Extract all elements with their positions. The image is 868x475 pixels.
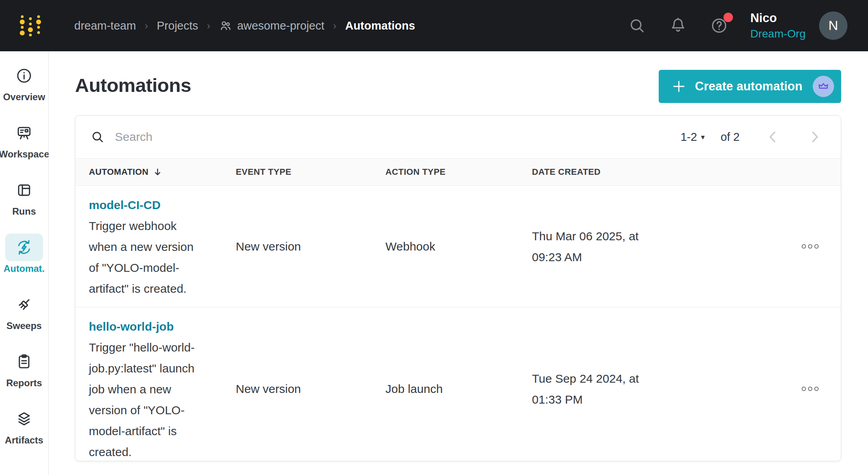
sidebar-item-reports[interactable]: Reports (0, 340, 48, 397)
table-toolbar: 1-2 ▾ of 2 (75, 116, 841, 158)
notification-dot (723, 13, 733, 22)
breadcrumb-separator: › (333, 20, 336, 32)
sidebar-item-runs[interactable]: Runs (0, 168, 48, 225)
chevron-right-icon (806, 128, 823, 146)
wandb-logo-icon[interactable] (19, 14, 42, 37)
automations-cycle-bolt-icon (15, 239, 33, 256)
sidebar-item-label: Overview (3, 92, 45, 103)
automations-table-card: 1-2 ▾ of 2 AUTOMATION EVENT TYPE (75, 115, 841, 461)
date-created-cell: Tue Sep 24 2024, at 01:33 PM (532, 368, 654, 410)
search-input[interactable] (115, 130, 680, 144)
automation-cell: hello-world-job Trigger "hello-world-job… (89, 307, 236, 461)
breadcrumb-projects[interactable]: Projects (157, 19, 198, 32)
topbar-actions: Nico Dream-Org N (605, 10, 868, 41)
automation-description: Trigger webhook when a new version of "Y… (89, 215, 201, 299)
sidebar-item-label: Workspace (0, 149, 49, 160)
ellipsis-menu-icon (802, 244, 806, 249)
sidebar-item-label: Automat. (4, 263, 45, 274)
ellipsis-menu-icon (808, 244, 812, 249)
sidebar-item-label: Reports (6, 378, 42, 389)
sidebar-item-label: Sweeps (6, 320, 41, 331)
help-button[interactable] (710, 17, 728, 35)
breadcrumb-team[interactable]: dream-team (74, 19, 136, 32)
previous-page-button[interactable] (764, 128, 782, 146)
column-header-event-type[interactable]: EVENT TYPE (236, 167, 385, 177)
breadcrumb-project[interactable]: awesome-project (219, 19, 324, 32)
automation-description: Trigger "hello-world-job.py:latest" laun… (89, 337, 201, 461)
pagination-total: of 2 (721, 131, 740, 144)
page-title: Automations (75, 74, 191, 96)
pagination: 1-2 ▾ of 2 (680, 128, 823, 146)
ellipsis-menu-icon (808, 387, 812, 391)
user-name: Nico (750, 10, 777, 26)
row-menu-button[interactable] (802, 244, 841, 249)
avatar[interactable]: N (819, 11, 847, 40)
user-org: Dream-Org (750, 26, 806, 41)
next-page-button[interactable] (806, 128, 823, 146)
chevron-left-icon (764, 128, 782, 146)
sidebar-item-label: Runs (12, 206, 36, 217)
team-people-icon (219, 19, 232, 32)
sidebar-item-overview[interactable]: Overview (0, 54, 48, 111)
action-type-cell: Webhook (385, 240, 532, 253)
caret-down-icon: ▾ (701, 133, 705, 142)
table-row: hello-world-job Trigger "hello-world-job… (75, 307, 841, 461)
search-icon (628, 17, 646, 35)
action-type-cell: Job launch (385, 382, 532, 396)
breadcrumb-separator: › (207, 20, 210, 32)
sidebar-item-artifacts[interactable]: Artifacts (0, 397, 48, 454)
artifacts-layers-icon (15, 410, 33, 428)
date-created-cell: Thu Mar 06 2025, at 09:23 AM (532, 226, 654, 267)
sort-descending-icon (152, 167, 163, 177)
table-row: model-CI-CD Trigger webhook when a new v… (75, 186, 841, 307)
ellipsis-menu-icon (814, 244, 819, 249)
automation-cell: model-CI-CD Trigger webhook when a new v… (89, 186, 236, 307)
crown-icon (817, 80, 830, 93)
breadcrumb: dream-team › Projects › awesome-project … (74, 19, 415, 32)
workspace-easel-icon (15, 124, 33, 142)
pagination-range: 1-2 (680, 131, 697, 144)
account-menu[interactable]: Nico Dream-Org (750, 10, 806, 41)
row-menu-button[interactable] (802, 387, 841, 391)
plus-icon (671, 79, 686, 94)
search-icon (90, 130, 105, 144)
sweeps-broom-icon (15, 296, 33, 313)
ellipsis-menu-icon (814, 387, 819, 391)
table-header-row: AUTOMATION EVENT TYPE ACTION TYPE DATE C… (75, 158, 841, 186)
column-header-date-created[interactable]: DATE CREATED (532, 167, 727, 177)
search-button[interactable] (628, 17, 646, 35)
breadcrumb-project-label: awesome-project (237, 19, 324, 32)
create-automation-label: Create automation (695, 79, 802, 94)
reports-clipboard-icon (15, 353, 33, 370)
sidebar-item-label: Artifacts (5, 435, 43, 446)
automation-name-link[interactable]: model-CI-CD (89, 194, 161, 215)
bell-icon (669, 17, 687, 35)
event-type-cell: New version (236, 382, 385, 396)
sidebar: Overview Workspace Runs Automat. (0, 51, 49, 475)
notifications-button[interactable] (669, 17, 687, 35)
sidebar-item-automations[interactable]: Automat. (0, 225, 48, 282)
info-icon (15, 67, 33, 84)
column-header-automation[interactable]: AUTOMATION (89, 167, 236, 177)
breadcrumb-current-page[interactable]: Automations (345, 19, 415, 32)
pagination-range-dropdown[interactable]: 1-2 ▾ (680, 131, 705, 144)
column-header-action-type[interactable]: ACTION TYPE (385, 167, 532, 177)
topbar: dream-team › Projects › awesome-project … (0, 0, 868, 51)
ellipsis-menu-icon (802, 387, 806, 391)
event-type-cell: New version (236, 240, 385, 253)
premium-crown-badge (813, 76, 834, 97)
breadcrumb-separator: › (145, 20, 148, 32)
runs-table-icon (15, 181, 33, 199)
column-header-label: AUTOMATION (89, 167, 148, 177)
sidebar-item-workspace[interactable]: Workspace (0, 111, 48, 168)
main-content: Automations Create automation 1-2 ▾ of 2 (49, 51, 868, 475)
create-automation-button[interactable]: Create automation (659, 70, 841, 103)
automation-name-link[interactable]: hello-world-job (89, 316, 174, 337)
sidebar-item-sweeps[interactable]: Sweeps (0, 282, 48, 340)
